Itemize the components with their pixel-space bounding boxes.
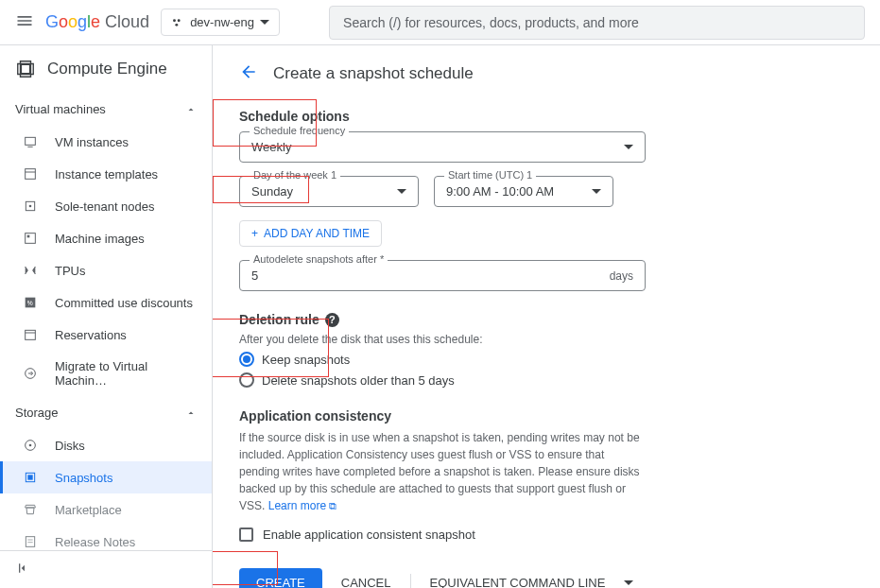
- radio-icon: [239, 372, 254, 388]
- svg-point-1: [178, 19, 181, 22]
- chevron-down-icon: [397, 189, 406, 194]
- chevron-down-icon[interactable]: [624, 580, 633, 585]
- google-cloud-logo[interactable]: Google Cloud: [45, 12, 149, 32]
- svg-point-17: [29, 444, 32, 447]
- chevron-down-icon: [624, 145, 633, 149]
- global-header: Google Cloud dev-nw-eng Search (/) for r…: [0, 0, 880, 45]
- nav-tpus[interactable]: TPUs: [0, 254, 212, 286]
- tpu-icon: [23, 263, 38, 278]
- deletion-rule-section: Deletion rule ? After you delete the dis…: [239, 312, 854, 388]
- page-title: Create a snapshot schedule: [273, 64, 474, 83]
- svg-rect-10: [27, 235, 30, 238]
- svg-rect-13: [26, 330, 36, 339]
- autodelete-input[interactable]: Autodelete snapshots after * 5 days: [239, 260, 646, 291]
- chevron-down-icon: [592, 189, 601, 194]
- nav-marketplace[interactable]: Marketplace: [0, 493, 212, 526]
- radio-delete-older[interactable]: Delete snapshots older than 5 days: [239, 372, 854, 388]
- nav-machine-images[interactable]: Machine images: [0, 222, 212, 254]
- application-consistency-desc: If the source disk is in use when a snap…: [239, 429, 646, 514]
- nav-reservations[interactable]: Reservations: [0, 319, 212, 351]
- nav-vm-instances[interactable]: VM instances: [0, 126, 212, 158]
- vm-icon: [23, 134, 38, 149]
- help-icon[interactable]: ?: [325, 313, 339, 327]
- page-header: Create a snapshot schedule: [239, 45, 854, 101]
- deletion-rule-desc: After you delete the disk that uses this…: [239, 333, 854, 346]
- plus-icon: +: [251, 227, 258, 240]
- action-bar: CREATE CANCEL EQUIVALENT COMMAND LINE: [239, 568, 854, 588]
- nav-disks[interactable]: Disks: [0, 429, 212, 461]
- svg-rect-3: [26, 137, 36, 145]
- migrate-icon: [23, 366, 38, 381]
- menu-icon[interactable]: [15, 11, 34, 33]
- nav-committed-use[interactable]: %Committed use discounts: [0, 286, 212, 319]
- deletion-rule-title: Deletion rule ?: [239, 312, 339, 327]
- project-name: dev-nw-eng: [190, 15, 254, 29]
- application-consistency-title: Application consistency: [239, 408, 854, 424]
- product-header[interactable]: Compute Engine: [0, 45, 212, 93]
- chevron-up-icon: [185, 104, 197, 115]
- section-storage[interactable]: Storage: [0, 396, 212, 429]
- external-link-icon: ⧉: [329, 500, 336, 511]
- svg-rect-9: [26, 233, 36, 244]
- main-content: Create a snapshot schedule Schedule opti…: [213, 45, 880, 588]
- notes-icon: [23, 534, 38, 549]
- start-time-select[interactable]: Start time (UTC) 1 9:00 AM - 10:00 AM: [434, 176, 613, 207]
- chevron-down-icon: [260, 20, 269, 25]
- add-day-and-time-button[interactable]: + ADD DAY AND TIME: [239, 220, 382, 247]
- learn-more-link[interactable]: Learn more ⧉: [268, 499, 337, 512]
- checkbox-icon: [239, 527, 253, 542]
- calendar-icon: [23, 327, 38, 342]
- day-of-week-select[interactable]: Day of the week 1 Sunday: [239, 176, 419, 207]
- section-virtual-machines[interactable]: Virtual machines: [0, 93, 212, 126]
- chevron-up-icon: [185, 407, 197, 419]
- project-selector[interactable]: dev-nw-eng: [161, 9, 280, 36]
- template-icon: [23, 166, 38, 182]
- nav-instance-templates[interactable]: Instance templates: [0, 158, 212, 190]
- back-arrow-icon[interactable]: [239, 62, 258, 84]
- disk-icon: [23, 438, 38, 453]
- divider: [410, 574, 411, 589]
- collapse-sidebar-button[interactable]: [0, 550, 212, 588]
- nav-snapshots[interactable]: Snapshots: [0, 461, 212, 493]
- radio-icon: [239, 352, 254, 367]
- svg-text:%: %: [27, 300, 33, 306]
- tenant-icon: [23, 199, 38, 214]
- discount-icon: %: [23, 295, 38, 310]
- create-button[interactable]: CREATE: [239, 568, 322, 588]
- radio-keep-snapshots[interactable]: Keep snapshots: [239, 352, 854, 367]
- sidebar: Compute Engine Virtual machines VM insta…: [0, 45, 213, 588]
- schedule-options-title: Schedule options: [239, 109, 350, 124]
- svg-rect-5: [26, 169, 36, 180]
- nav-migrate[interactable]: Migrate to Virtual Machin…: [0, 351, 212, 396]
- search-input[interactable]: Search (/) for resources, docs, products…: [329, 6, 865, 40]
- cancel-button[interactable]: CANCEL: [341, 576, 391, 588]
- svg-rect-20: [26, 537, 34, 547]
- snapshot-icon: [23, 470, 38, 485]
- svg-point-0: [173, 19, 176, 22]
- equivalent-command-line-button[interactable]: EQUIVALENT COMMAND LINE: [430, 576, 606, 588]
- enable-app-consistent-checkbox[interactable]: Enable application consistent snapshot: [239, 527, 854, 542]
- svg-point-8: [29, 205, 32, 208]
- svg-point-2: [176, 23, 179, 26]
- image-icon: [23, 231, 38, 246]
- nav-sole-tenant[interactable]: Sole-tenant nodes: [0, 190, 212, 222]
- marketplace-icon: [23, 502, 38, 517]
- schedule-frequency-select[interactable]: Schedule frequency Weekly: [239, 131, 646, 163]
- svg-rect-19: [27, 475, 32, 479]
